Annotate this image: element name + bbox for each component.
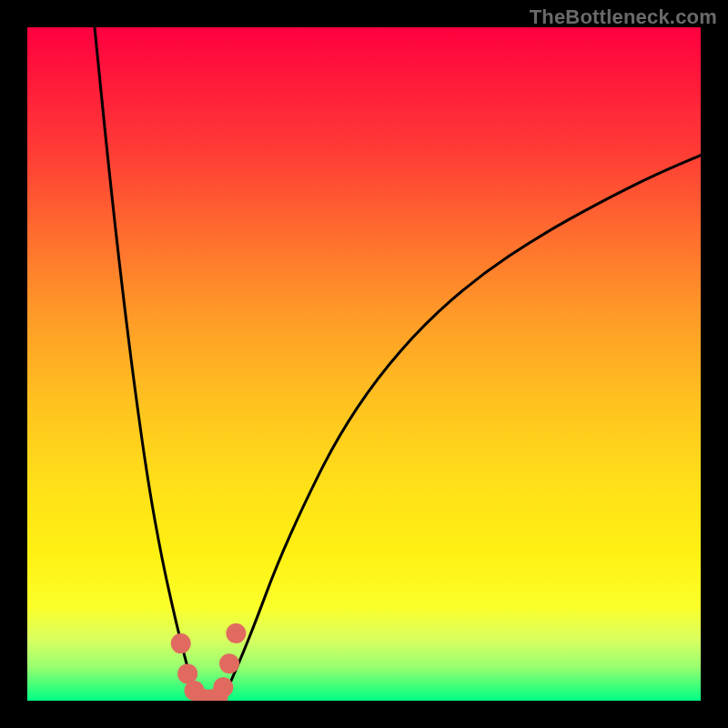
trough-marker bbox=[171, 633, 191, 653]
trough-marker bbox=[226, 623, 246, 643]
trough-marker bbox=[219, 653, 239, 673]
curve-right bbox=[222, 156, 701, 701]
trough-marker bbox=[213, 677, 233, 697]
curve-left bbox=[95, 27, 201, 701]
watermark-text: TheBottleneck.com bbox=[530, 5, 717, 29]
trough-markers-group bbox=[171, 623, 247, 701]
chart-svg-overlay bbox=[27, 27, 701, 701]
